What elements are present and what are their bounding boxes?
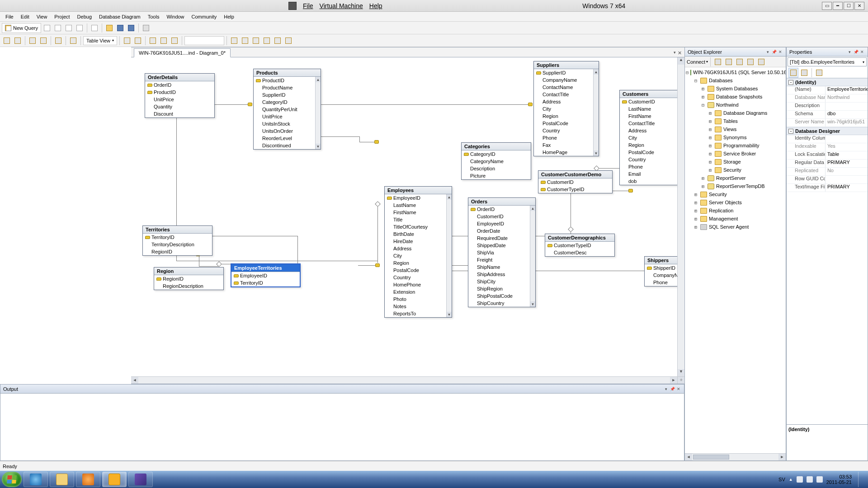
table-column[interactable]: Region: [385, 259, 446, 267]
props-close-icon[interactable]: ✕: [859, 49, 865, 55]
table-column[interactable]: Address: [534, 98, 593, 105]
toolbar-btn-5[interactable]: [90, 23, 99, 33]
filter-icon[interactable]: [745, 57, 755, 67]
tree-reportserver[interactable]: ⊞ReportServer: [685, 174, 786, 182]
table-column[interactable]: HireDate: [385, 238, 446, 245]
tab-close-icon[interactable]: ✕: [678, 50, 682, 56]
table-column[interactable]: OrderDate: [468, 227, 530, 235]
diagram-btn-10[interactable]: [159, 36, 169, 46]
table-header[interactable]: Suppliers: [534, 61, 599, 69]
diagram-btn-9[interactable]: [148, 36, 158, 46]
diagram-btn-16[interactable]: [273, 36, 283, 46]
tree-server[interactable]: ⊟WIN-76GK916JU51 (SQL Server 10.50.1600 …: [685, 68, 786, 76]
tree-dbdiagrams[interactable]: ⊞Database Diagrams: [685, 109, 786, 117]
table-column[interactable]: EmployeeID: [385, 194, 446, 202]
table-column[interactable]: Phone: [620, 163, 684, 170]
object-tree[interactable]: ⊟WIN-76GK916JU51 (SQL Server 10.50.1600 …: [685, 67, 786, 453]
table-column[interactable]: ShipCountry: [468, 300, 530, 307]
vm-maximize-button[interactable]: ☐: [844, 2, 854, 10]
table-column[interactable]: ReorderLevel: [254, 135, 315, 142]
table-column[interactable]: RegionDescription: [154, 282, 223, 290]
connect-btn-5[interactable]: [756, 57, 766, 67]
table-column[interactable]: Description: [462, 165, 531, 172]
object-explorer-hscroll[interactable]: ◄►: [685, 453, 786, 460]
table-column[interactable]: EmployeeID: [468, 220, 530, 227]
table-region[interactable]: RegionRegionIDRegionDescription: [154, 267, 224, 290]
vm-menu-file[interactable]: File: [303, 2, 313, 9]
toolbar-btn-1[interactable]: [42, 23, 52, 33]
table-column[interactable]: Title: [385, 216, 446, 223]
table-column[interactable]: CustomerDesc: [545, 249, 614, 256]
prop-cat-identity[interactable]: -(Identity): [787, 78, 868, 86]
table-header[interactable]: Territories: [143, 226, 212, 234]
tree-tables[interactable]: ⊞Tables: [685, 117, 786, 125]
table-column[interactable]: Country: [534, 127, 593, 134]
menu-database-diagram[interactable]: Database Diagram: [95, 13, 144, 20]
output-dropdown-icon[interactable]: ▾: [663, 386, 669, 392]
table-categories[interactable]: CategoriesCategoryIDCategoryNameDescript…: [461, 142, 531, 180]
props-alpha-icon[interactable]: [799, 68, 809, 78]
table-column[interactable]: Country: [385, 274, 446, 281]
table-header[interactable]: Categories: [462, 143, 531, 150]
table-header[interactable]: Region: [154, 267, 223, 275]
table-column[interactable]: Notes: [385, 303, 446, 310]
table-customers[interactable]: CustomersCustomerIDLastNameFirstNameCont…: [619, 90, 684, 185]
properties-grid[interactable]: -(Identity) (Name)EmployeeTerritories Da…: [787, 78, 868, 424]
table-column[interactable]: CategoryName: [462, 158, 531, 165]
table-column[interactable]: LastName: [620, 105, 684, 113]
table-header[interactable]: EmployeeTerritories: [231, 264, 300, 272]
table-header[interactable]: Products: [254, 69, 321, 77]
table-column[interactable]: SupplierID: [534, 69, 593, 76]
diagram-btn-2[interactable]: [13, 36, 23, 46]
new-query-button[interactable]: New Query: [2, 23, 41, 33]
table-column[interactable]: FirstName: [385, 209, 446, 216]
table-column[interactable]: City: [620, 134, 684, 141]
table-column[interactable]: Quantity: [145, 103, 214, 110]
table-orders[interactable]: OrdersOrderIDCustomerIDEmployeeIDOrderDa…: [468, 197, 536, 307]
panel-dropdown-icon[interactable]: ▾: [765, 49, 770, 55]
tab-dropdown-icon[interactable]: ▾: [674, 50, 676, 56]
document-tab[interactable]: WIN-76GK916JU51....ind - Diagram_0*: [134, 48, 231, 57]
toolbar-btn-9[interactable]: [141, 23, 151, 33]
table-column[interactable]: ProductName: [254, 84, 315, 91]
tree-servicebroker[interactable]: ⊞Service Broker: [685, 150, 786, 158]
tree-sqlagent[interactable]: ⊞SQL Server Agent: [685, 223, 786, 231]
table-column[interactable]: CustomerTypeID: [545, 242, 614, 249]
table-column[interactable]: Discontinued: [254, 142, 315, 149]
table-column[interactable]: Discount: [145, 110, 214, 117]
table-column[interactable]: Picture: [462, 172, 531, 179]
props-pin-icon[interactable]: 📌: [853, 49, 859, 55]
table-column[interactable]: Freight: [468, 256, 530, 263]
table-customerdemographics[interactable]: CustomerDemographicsCustomerTypeIDCustom…: [545, 234, 615, 257]
table-territories[interactable]: TerritoriesTerritoryIDTerritoryDescripti…: [142, 225, 212, 256]
taskbar-ssms[interactable]: [102, 472, 127, 487]
diagram-btn-15[interactable]: [262, 36, 272, 46]
systray-show-hidden-icon[interactable]: ▲: [789, 477, 793, 482]
table-column[interactable]: ShipVia: [468, 249, 530, 256]
table-header[interactable]: CustomerCustomerDemo: [538, 171, 612, 178]
systray-icon-1[interactable]: [797, 476, 803, 483]
taskbar-explorer[interactable]: [50, 472, 74, 487]
table-column[interactable]: UnitPrice: [254, 113, 315, 120]
table-column[interactable]: RegionID: [154, 275, 223, 282]
table-column[interactable]: RequiredDate: [468, 235, 530, 242]
table-column[interactable]: UnitsOnOrder: [254, 127, 315, 135]
tree-snapshots[interactable]: ⊞Database Snapshots: [685, 93, 786, 101]
table-column[interactable]: Photo: [385, 296, 446, 303]
table-header[interactable]: CustomerDemographics: [545, 234, 614, 242]
table-column[interactable]: Address: [620, 127, 684, 134]
zoom-combo[interactable]: [184, 36, 224, 45]
canvas-vscroll[interactable]: ▲▼: [677, 57, 684, 376]
table-column[interactable]: CategoryID: [254, 99, 315, 106]
table-column[interactable]: ShipRegion: [468, 285, 530, 292]
table-column[interactable]: CustomerID: [468, 213, 530, 220]
start-button[interactable]: [2, 472, 22, 487]
table-header[interactable]: OrderDetails: [145, 74, 214, 81]
taskbar-ie[interactable]: [24, 472, 48, 487]
vm-screen-icon[interactable]: ▭: [822, 2, 832, 10]
vm-menu-virtualmachine[interactable]: Virtual Machine: [320, 2, 363, 9]
table-column[interactable]: PostalCode: [620, 149, 684, 156]
menu-help[interactable]: Help: [220, 13, 238, 20]
diagram-btn-14[interactable]: [251, 36, 261, 46]
menu-project[interactable]: Project: [51, 13, 73, 20]
